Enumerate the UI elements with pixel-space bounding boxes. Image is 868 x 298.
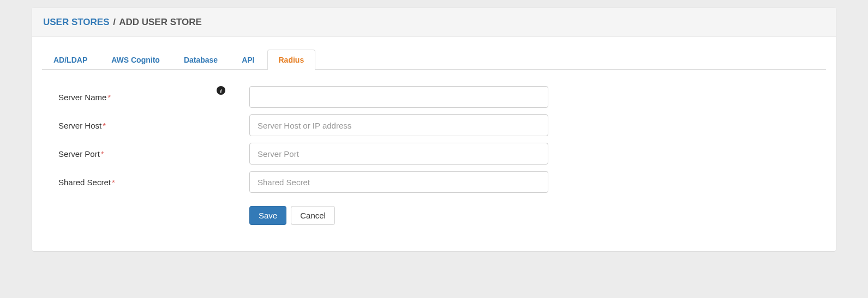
breadcrumb-separator: / bbox=[113, 17, 116, 27]
cancel-button[interactable]: Cancel bbox=[291, 206, 335, 225]
radius-form: Server Name* i Server Host* bbox=[42, 70, 826, 225]
server-host-field[interactable] bbox=[249, 114, 548, 136]
row-server-port: Server Port* bbox=[58, 143, 810, 165]
breadcrumb-user-stores[interactable]: USER STORES bbox=[43, 17, 110, 27]
tab-api[interactable]: API bbox=[230, 50, 266, 70]
save-button[interactable]: Save bbox=[249, 206, 286, 225]
info-icon[interactable]: i bbox=[217, 86, 225, 95]
user-store-type-tabs: AD/LDAP AWS Cognito Database API Radius bbox=[42, 49, 826, 70]
row-server-name: Server Name* i bbox=[58, 86, 810, 108]
tab-aws-cognito[interactable]: AWS Cognito bbox=[100, 50, 171, 70]
server-port-field[interactable] bbox=[249, 143, 548, 165]
tab-ad-ldap[interactable]: AD/LDAP bbox=[42, 50, 99, 70]
label-server-host: Server Host* bbox=[58, 121, 217, 130]
row-shared-secret: Shared Secret* bbox=[58, 171, 810, 193]
row-server-host: Server Host* bbox=[58, 114, 810, 136]
label-shared-secret: Shared Secret* bbox=[58, 178, 217, 187]
tab-radius[interactable]: Radius bbox=[267, 50, 316, 70]
tab-database[interactable]: Database bbox=[172, 50, 229, 70]
label-server-name: Server Name* bbox=[58, 93, 217, 102]
breadcrumb: USER STORES / ADD USER STORE bbox=[32, 8, 836, 37]
shared-secret-field[interactable] bbox=[249, 171, 548, 193]
label-server-port: Server Port* bbox=[58, 149, 217, 159]
user-store-panel: USER STORES / ADD USER STORE AD/LDAP AWS… bbox=[32, 8, 836, 252]
breadcrumb-add-user-store: ADD USER STORE bbox=[119, 17, 202, 27]
row-buttons: Save Cancel bbox=[58, 199, 810, 225]
server-name-field[interactable] bbox=[249, 86, 548, 108]
